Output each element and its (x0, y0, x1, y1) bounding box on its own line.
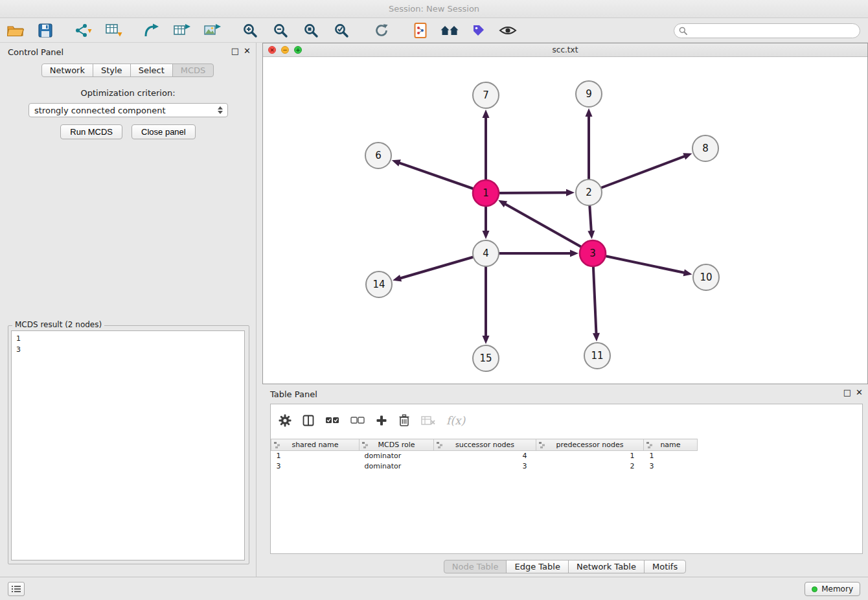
import-network-button[interactable] (73, 20, 93, 41)
export-network-button[interactable] (141, 20, 162, 41)
unselect-all-icon (350, 416, 365, 425)
sort-icon (646, 442, 653, 450)
memory-label: Memory (821, 584, 853, 594)
close-panel-icon[interactable]: ✕ (244, 46, 251, 56)
network-document-icon (413, 22, 428, 39)
table-row[interactable]: 3dominator323 (271, 461, 698, 472)
column-header-predecessor-nodes[interactable]: predecessor nodes (536, 439, 644, 451)
memory-status-icon (812, 586, 817, 592)
optimization-label: Optimization criterion: (0, 88, 256, 98)
edge-3-10[interactable] (593, 253, 684, 273)
zoom-selected-icon (334, 23, 349, 38)
save-session-button[interactable] (35, 20, 56, 41)
refresh-button[interactable] (371, 20, 392, 41)
network-canvas[interactable]: 7968124314101511 (263, 57, 867, 384)
table-cell[interactable]: 1 (644, 451, 698, 461)
mcds-result-item: 1 (16, 333, 240, 344)
graph-node-label: 6 (375, 150, 382, 161)
export-image-icon (203, 23, 222, 38)
houses-icon (440, 23, 459, 38)
manage-columns-button[interactable] (303, 415, 314, 426)
optimization-select[interactable]: strongly connected component (29, 103, 228, 117)
export-table-button[interactable] (172, 20, 192, 41)
graph-node-label: 7 (483, 89, 489, 101)
export-image-button[interactable] (202, 20, 223, 41)
graph-node-label: 4 (483, 248, 489, 259)
column-header-name[interactable]: name (644, 439, 698, 451)
main-toolbar (0, 19, 868, 43)
close-panel-button[interactable]: Close panel (131, 124, 196, 139)
unselect-all-button[interactable] (350, 416, 365, 425)
window-maximize-icon[interactable]: + (294, 46, 302, 54)
zoom-in-icon (242, 23, 258, 38)
tab-network-table[interactable]: Network Table (568, 560, 645, 573)
import-table-button[interactable] (104, 20, 124, 41)
run-mcds-button[interactable]: Run MCDS (60, 124, 122, 139)
edge-3-1[interactable] (505, 204, 593, 253)
zoom-out-button[interactable] (270, 20, 291, 41)
close-table-panel-icon[interactable]: ✕ (856, 387, 863, 398)
edge-arrowhead (483, 231, 490, 239)
houses-button[interactable] (439, 20, 460, 41)
network-window: × − + scc.txt 7968124314101511 (262, 43, 868, 384)
gear-button[interactable] (279, 414, 291, 427)
tab-style[interactable]: Style (93, 63, 131, 77)
table-cell[interactable]: dominator (360, 451, 434, 461)
trash-icon (398, 414, 410, 427)
delete-columns-icon (421, 415, 435, 426)
table-cell[interactable]: 3 (271, 461, 360, 472)
search-box[interactable] (674, 23, 860, 38)
tab-node-table[interactable]: Node Table (444, 560, 507, 573)
zoom-fit-icon (303, 23, 319, 38)
table-row[interactable]: 1dominator411 (271, 451, 698, 461)
control-panel-title: Control Panel (8, 47, 63, 57)
edge-arrowhead (570, 250, 578, 257)
tab-mcds[interactable]: MCDS (172, 63, 214, 77)
memory-button[interactable]: Memory (805, 582, 860, 596)
network-window-title: scc.txt (553, 45, 578, 54)
open-session-button[interactable] (5, 20, 26, 41)
tab-network[interactable]: Network (41, 63, 93, 77)
table-cell[interactable]: 2 (536, 461, 644, 472)
zoom-selected-button[interactable] (331, 20, 352, 41)
zoom-out-icon (273, 23, 288, 38)
window-close-icon[interactable]: × (268, 46, 276, 54)
table-cell[interactable]: 4 (434, 451, 536, 461)
column-header-successor-nodes[interactable]: successor nodes (434, 439, 536, 451)
eye-button[interactable] (497, 20, 518, 41)
column-header-mcds-role[interactable]: MCDS role (360, 439, 434, 451)
zoom-in-button[interactable] (240, 20, 260, 41)
tab-edge-table[interactable]: Edge Table (506, 560, 568, 573)
edge-2-8[interactable] (589, 156, 684, 192)
node-table: shared nameMCDS rolesuccessor nodesprede… (271, 439, 698, 472)
add-row-button[interactable] (376, 415, 387, 426)
select-all-button[interactable] (325, 416, 339, 425)
edge-arrowhead (392, 159, 401, 166)
zoom-fit-button[interactable] (301, 20, 321, 41)
table-cell[interactable]: 3 (644, 461, 698, 472)
delete-row-button[interactable] (398, 414, 410, 427)
table-cell[interactable]: 3 (434, 461, 536, 472)
table-cell[interactable]: 1 (536, 451, 644, 461)
network-canvas-container: 7968124314101511 (263, 57, 867, 384)
float-panel-icon[interactable]: □ (231, 46, 239, 56)
function-builder-button: f(x) (446, 414, 465, 427)
graph-node-label: 3 (589, 248, 596, 259)
table-panel-tabs: Node TableEdge TableNetwork TableMotifs (262, 560, 868, 573)
tab-select[interactable]: Select (130, 63, 173, 77)
table-cell[interactable]: dominator (360, 461, 434, 472)
mcds-result-list[interactable]: 13 (11, 330, 245, 560)
window-titlebar: Session: New Session (0, 0, 868, 18)
window-minimize-icon[interactable]: − (281, 46, 289, 54)
float-table-panel-icon[interactable]: □ (843, 387, 851, 398)
column-header-shared-name[interactable]: shared name (271, 439, 360, 451)
search-input[interactable] (687, 26, 860, 35)
network-document-button[interactable] (410, 20, 431, 41)
task-history-button[interactable] (8, 582, 25, 596)
gear-icon (279, 414, 291, 427)
table-cell[interactable]: 1 (271, 451, 360, 461)
annotation-button[interactable] (468, 20, 489, 41)
graph-node-label: 15 (479, 352, 492, 364)
select-updown-icon (218, 106, 223, 114)
tab-motifs[interactable]: Motifs (644, 560, 686, 573)
